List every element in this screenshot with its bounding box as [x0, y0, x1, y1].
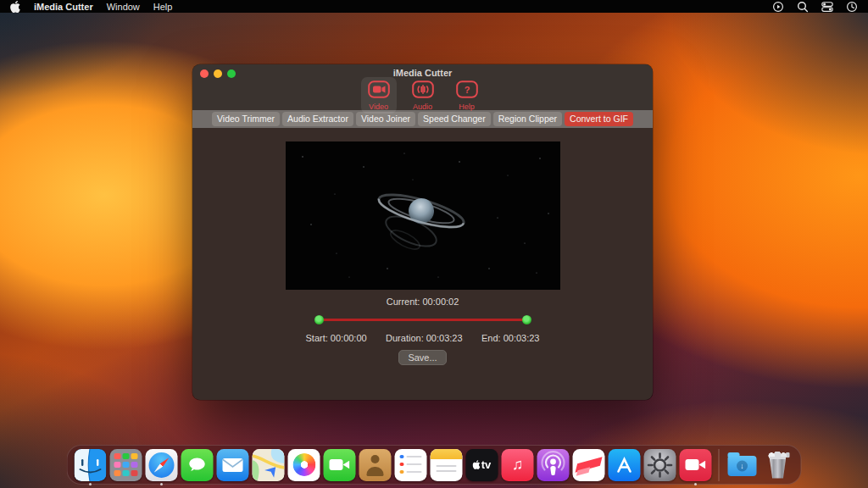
video-preview[interactable]: [286, 141, 560, 290]
help-icon: ?: [456, 80, 478, 102]
dock-item-maps[interactable]: [253, 449, 285, 481]
time-labels-row: Start: 00:00:00 Duration: 00:03:23 End: …: [306, 333, 540, 343]
dock-item-contacts[interactable]: [359, 449, 392, 481]
mail-icon: [217, 449, 249, 481]
dock-item-downloads[interactable]: ↓: [726, 449, 759, 481]
contacts-icon: [359, 449, 392, 481]
dock-item-news[interactable]: [573, 449, 605, 481]
end-time-label: End: 00:03:23: [481, 333, 540, 343]
current-time-label: Current: 00:00:02: [387, 297, 459, 307]
tab-region-clipper[interactable]: Region Clipper: [493, 112, 562, 126]
toolbar-help-label: Help: [459, 103, 475, 111]
trash-icon: [762, 449, 794, 481]
downloads-folder-icon: ↓: [726, 449, 759, 481]
finder-icon: [75, 449, 107, 481]
tab-convert-to-gif[interactable]: Convert to GIF: [565, 112, 633, 126]
safari-icon: [146, 449, 178, 481]
saturn-planet-graphic: [286, 141, 560, 290]
window-toolbar: Video Audio ? Help: [192, 77, 653, 114]
apple-menu-icon[interactable]: [10, 1, 20, 13]
podcasts-icon: [537, 449, 570, 481]
clock-icon[interactable]: [846, 1, 858, 13]
toolbar-help-button[interactable]: ? Help: [449, 77, 485, 114]
dock-item-messages[interactable]: [181, 449, 214, 481]
tab-speed-changer[interactable]: Speed Changer: [418, 112, 491, 126]
tab-video-trimmer[interactable]: Video Trimmer: [212, 112, 280, 126]
dock-item-facetime[interactable]: [324, 449, 356, 481]
imedia-cutter-icon: [680, 449, 712, 481]
window-title: iMedia Cutter: [192, 64, 653, 78]
facetime-icon: [324, 449, 356, 481]
reminders-icon: [395, 449, 427, 481]
dock-item-podcasts[interactable]: [537, 449, 570, 481]
start-handle[interactable]: [314, 315, 324, 324]
video-icon: [368, 80, 390, 102]
dock-item-trash[interactable]: [762, 449, 794, 481]
music-icon: ♫: [502, 449, 534, 481]
desktop-wallpaper: iMedia Cutter Window Help: [0, 0, 868, 488]
running-indicator: [694, 483, 697, 485]
dock-item-photos[interactable]: [288, 449, 320, 481]
toolbar-audio-label: Audio: [413, 103, 432, 111]
toolbar-video-label: Video: [369, 103, 388, 111]
dock-divider: [719, 449, 720, 481]
end-handle[interactable]: [522, 315, 531, 324]
dock-item-system-settings[interactable]: [644, 449, 676, 481]
dock-item-app-store[interactable]: [609, 449, 641, 481]
maps-icon: [253, 449, 285, 481]
menubar-menu-help[interactable]: Help: [153, 2, 173, 12]
audio-icon: [412, 80, 434, 102]
duration-label: Duration: 00:03:23: [386, 333, 463, 343]
trimmer-panel: Current: 00:00:02 Start: 00:00:00 Durati…: [192, 128, 653, 365]
running-indicator: [89, 483, 92, 485]
dock-item-tv[interactable]: tv: [466, 449, 498, 481]
svg-text:?: ?: [464, 85, 470, 95]
photos-icon: [288, 449, 320, 481]
messages-icon: [181, 449, 214, 481]
dock-item-launchpad[interactable]: [110, 449, 142, 481]
notes-icon: [431, 449, 463, 481]
tab-audio-extractor[interactable]: Audio Extractor: [282, 112, 353, 126]
toolbar-video-button[interactable]: Video: [361, 77, 397, 114]
news-icon: [573, 449, 605, 481]
launchpad-icon: [110, 449, 142, 481]
dock-item-notes[interactable]: [431, 449, 463, 481]
toolbar-audio-button[interactable]: Audio: [405, 77, 441, 114]
dock-item-finder[interactable]: [75, 449, 107, 481]
app-window: iMedia Cutter Video Audio ?: [192, 64, 653, 400]
trim-range-slider[interactable]: [314, 315, 531, 324]
gear-icon: [644, 449, 676, 481]
menu-bar: iMedia Cutter Window Help: [0, 0, 868, 13]
dock: tv ♫: [67, 445, 802, 485]
start-time-label: Start: 00:00:00: [306, 333, 367, 343]
apple-tv-icon: tv: [466, 449, 498, 481]
app-store-icon: [609, 449, 641, 481]
dock-item-imedia-cutter[interactable]: [680, 449, 712, 481]
control-center-icon[interactable]: [821, 1, 833, 13]
dock-item-music[interactable]: ♫: [502, 449, 534, 481]
menubar-menu-window[interactable]: Window: [107, 2, 140, 12]
slider-track[interactable]: [318, 319, 528, 321]
screen-recording-icon[interactable]: [772, 1, 784, 13]
dock-item-safari[interactable]: [146, 449, 178, 481]
running-indicator: [160, 483, 163, 485]
tab-video-joiner[interactable]: Video Joiner: [356, 112, 415, 126]
save-button[interactable]: Save...: [398, 350, 446, 365]
dock-item-reminders[interactable]: [395, 449, 427, 481]
search-icon[interactable]: [797, 1, 809, 13]
window-titlebar: iMedia Cutter Video Audio ?: [192, 64, 653, 110]
dock-item-mail[interactable]: [217, 449, 249, 481]
menubar-app-name[interactable]: iMedia Cutter: [34, 2, 93, 12]
tv-label: tv: [481, 458, 492, 471]
